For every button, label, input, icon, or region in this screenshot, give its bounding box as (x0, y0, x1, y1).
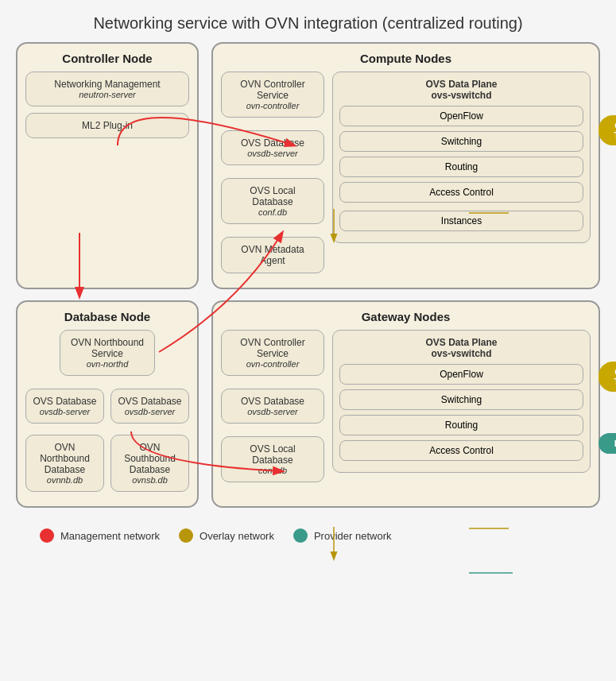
compute-geneve-cloud: Geneve Tunnels (599, 115, 616, 145)
compute-ovn-controller-label: OVN Controller Service (228, 79, 317, 101)
gateway-access-control-box: Access Control (339, 440, 583, 461)
compute-ovs-local-db-box: OVS Local Database conf.db (221, 178, 324, 224)
database-node: Database Node OVN Northbound Service ovn… (16, 300, 199, 508)
compute-access-control-box: Access Control (339, 182, 583, 203)
compute-ovs-db-italic: ovsdb-server (228, 149, 317, 158)
gateway-ovs-dataplane-box: OVS Data Plane ovs-vswitchd OpenFlow Swi… (332, 330, 591, 473)
networking-mgmt-label: Networking Management (33, 79, 182, 90)
management-icon (40, 528, 54, 543)
ovn-northbound-service-box: OVN Northbound Service ovn-northd (60, 330, 155, 376)
ml2-box: ML2 Plug-in (25, 113, 189, 138)
overlay-icon (179, 528, 193, 543)
db-ovn-southbound-db-box: OVN Southbound Database ovnsb.db (110, 435, 189, 492)
gateway-switching-box: Switching (339, 389, 583, 410)
compute-ovs-dp-title: OVS Data Plane ovs-vswitchd (339, 79, 583, 101)
legend-management: Management network (40, 528, 160, 543)
gateway-node-title: Gateway Nodes (221, 310, 591, 323)
gateway-ovs-local-label: OVS Local Database (228, 443, 317, 466)
provider-icon (293, 528, 308, 543)
compute-instances-box: Instances (339, 211, 583, 231)
compute-openflow-box: OpenFlow (339, 106, 583, 126)
compute-node: Compute Nodes OVN Controller Service ovn… (211, 42, 600, 289)
gateway-ovs-db-italic: ovsdb-server (228, 407, 317, 416)
legend: Management network Overlay network Provi… (16, 514, 600, 557)
compute-routing-box: Routing (339, 157, 583, 177)
compute-ovn-metadata-box: OVN Metadata Agent (221, 237, 324, 273)
overlay-label: Overlay network (200, 530, 274, 542)
networking-mgmt-box: Networking Management neutron-server (25, 72, 189, 106)
gateway-routing-box: Routing (339, 415, 583, 435)
legend-overlay: Overlay network (179, 528, 274, 543)
gateway-ovs-db-box: OVS Database ovsdb-server (221, 389, 324, 424)
compute-ovs-local-italic: conf.db (228, 207, 317, 217)
compute-switching-box: Switching (339, 131, 583, 152)
neutron-server-label: neutron-server (33, 90, 182, 99)
provider-label: Provider network (314, 530, 392, 542)
db-ovs-db1-box: OVS Database ovsdb-server (25, 389, 104, 424)
ml2-label: ML2 Plug-in (33, 120, 182, 131)
compute-ovs-dataplane-box: OVS Data Plane ovs-vswitchd OpenFlow Swi… (332, 72, 591, 243)
ovn-northbound-service-label: OVN Northbound Service (67, 337, 148, 359)
legend-provider: Provider network (293, 528, 392, 543)
management-label: Management network (60, 530, 160, 542)
compute-node-title: Compute Nodes (221, 52, 591, 65)
gateway-ovn-controller-italic: ovn-controller (228, 359, 317, 369)
gateway-geneve-cloud: GeneveTunnels (599, 362, 616, 392)
gateway-ovs-dp-title: OVS Data Plane ovs-vswitchd (339, 337, 583, 359)
page-title: Networking service with OVN integration … (0, 0, 616, 42)
database-node-title: Database Node (25, 310, 189, 323)
controller-node-title: Controller Node (25, 52, 189, 65)
controller-node: Controller Node Networking Management ne… (16, 42, 199, 289)
compute-ovn-controller-italic: ovn-controller (228, 101, 317, 110)
db-ovn-northbound-db-box: OVN Northbound Database ovnnb.db (25, 435, 104, 492)
gateway-ovs-local-italic: conf.db (228, 466, 317, 475)
gateway-node: Gateway Nodes OVN Controller Service ovn… (211, 300, 600, 508)
compute-ovs-db-box: OVS Database ovsdb-server (221, 130, 324, 165)
compute-ovs-db-label: OVS Database (228, 137, 317, 149)
compute-ovn-metadata-label: OVN Metadata Agent (228, 244, 317, 266)
compute-ovs-local-label: OVS Local Database (228, 185, 317, 207)
compute-ovn-controller-box: OVN Controller Service ovn-controller (221, 72, 324, 118)
ovn-northd-label: ovn-northd (67, 359, 148, 369)
gateway-openflow-box: OpenFlow (339, 364, 583, 385)
db-ovs-db2-box: OVS Database ovsdb-server (110, 389, 189, 424)
gateway-ovn-controller-label: OVN Controller Service (228, 337, 317, 359)
gateway-ovn-controller-box: OVN Controller Service ovn-controller (221, 330, 324, 376)
gateway-ovs-db-label: OVS Database (228, 396, 317, 407)
internet-cloud: Internet (599, 433, 616, 454)
gateway-ovs-local-db-box: OVS Local Database conf.db (221, 436, 324, 482)
